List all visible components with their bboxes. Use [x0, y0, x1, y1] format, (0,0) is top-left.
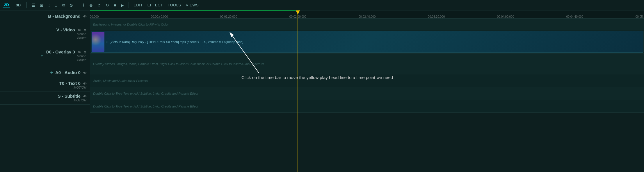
- track-row-background[interactable]: Background Images, or Double Click to Fi…: [90, 19, 644, 30]
- settings-icon-overlay0[interactable]: ⚙: [83, 51, 86, 54]
- circle-icon[interactable]: ⊙: [70, 3, 73, 8]
- time-mark: 00:03:20.000: [428, 15, 445, 18]
- tracks-container: Background Images, or Double Click to Fi…: [90, 19, 644, 113]
- eye-icon-video[interactable]: 👁: [78, 28, 81, 32]
- eye-icon-overlay0[interactable]: 👁: [78, 51, 81, 54]
- track-labels: B - Background 👁V - Video 👁 ⚙MotionShape…: [0, 10, 90, 172]
- time-mark: 00:04:00.000: [497, 15, 514, 18]
- track-hint-text0: Double Click to Type Text or Add Subtitl…: [93, 92, 198, 95]
- menu-tools[interactable]: TOOLS: [168, 3, 181, 7]
- eye-icon-background[interactable]: 👁: [83, 15, 86, 18]
- track-hint-background: Background Images, or Double Click to Fi…: [93, 23, 169, 26]
- play-icon[interactable]: ▶: [121, 3, 124, 8]
- clip-label-video: ↔ [Vietsub Kara] Roly Poly - [ HPBD Park…: [106, 40, 243, 44]
- menu-effect[interactable]: EFFECT: [147, 3, 163, 7]
- track-row-text0[interactable]: Double Click to Type Text or Add Subtitl…: [90, 87, 644, 100]
- time-mark: 00:05:20.000: [636, 15, 644, 18]
- track-row-audio0[interactable]: Audio, Music and Audio Mixer Projects: [90, 74, 644, 87]
- track-label-subtitle: S - Subtitle 👁MOTION: [0, 92, 90, 105]
- timeline-area[interactable]: 00:00:00.00000:00:40.00000:01:20.00000:0…: [90, 10, 644, 172]
- time-ruler[interactable]: 00:00:00.00000:00:40.00000:01:20.00000:0…: [90, 10, 644, 19]
- time-mark: 00:04:40.000: [566, 15, 583, 18]
- eye-icon-audio0[interactable]: 👁: [83, 71, 86, 75]
- eye-icon-text0[interactable]: 👁: [83, 82, 86, 85]
- track-label-audio0: +A0 - Audio 0 👁: [0, 66, 90, 79]
- time-mark: 00:00:40.000: [151, 15, 168, 18]
- undo-icon[interactable]: ↺: [97, 3, 101, 8]
- track-label-main-subtitle: S - Subtitle 👁: [58, 94, 87, 98]
- video-clip-video[interactable]: ↔ [Vietsub Kara] Roly Poly - [ HPBD Park…: [91, 31, 643, 53]
- track-label-main-background: B - Background 👁: [48, 14, 86, 19]
- track-label-overlay0: +O0 - Overlay 0 👁 ⚙MotionShape: [0, 45, 90, 66]
- view-3d-btn[interactable]: 3D: [15, 2, 22, 8]
- track-hint-subtitle: Double Click to Type Text or Add Subtitl…: [93, 105, 198, 108]
- track-row-overlay0[interactable]: Overlay Videos, Images, Icons, Particle …: [90, 53, 644, 74]
- settings-icon-video[interactable]: ⚙: [83, 28, 86, 32]
- add-time-icon[interactable]: ⊕: [89, 3, 93, 8]
- track-label-main-overlay0: O0 - Overlay 0 👁 ⚙: [46, 49, 86, 54]
- track-label-main-audio0: A0 - Audio 0 👁: [55, 70, 86, 75]
- time-mark: 00:01:20.000: [220, 15, 237, 18]
- track-row-video[interactable]: ↔ [Vietsub Kara] Roly Poly - [ HPBD Park…: [90, 30, 644, 53]
- menu-views[interactable]: VIEWS: [186, 3, 199, 7]
- main-area: B - Background 👁V - Video 👁 ⚙MotionShape…: [0, 10, 644, 172]
- stop-icon[interactable]: ■: [114, 3, 116, 8]
- copy-icon[interactable]: ⧉: [62, 3, 65, 8]
- graph-icon[interactable]: ⌇: [83, 3, 85, 8]
- track-label-sub-video: MotionShape: [56, 32, 86, 40]
- sep-1: [26, 2, 27, 8]
- track-add-btn-overlay0[interactable]: +: [40, 53, 43, 58]
- track-label-background: B - Background 👁: [0, 10, 90, 22]
- time-mark: 00:02:40.000: [359, 15, 376, 18]
- view-2d-btn[interactable]: 2D: [3, 2, 10, 8]
- sep-2: [78, 2, 78, 8]
- track-hint-audio0: Audio, Music and Audio Mixer Projects: [93, 79, 148, 83]
- track-label-sub-subtitle: MOTION: [58, 98, 87, 102]
- menu-edit[interactable]: EDIT: [134, 3, 143, 7]
- clip-thumbnail-video: [92, 32, 104, 52]
- track-label-sub-overlay0: MotionShape: [46, 54, 86, 62]
- sep-3: [129, 2, 129, 8]
- track-hint-overlay0: Overlay Videos, Images, Icons, Particle …: [93, 62, 264, 66]
- eye-icon-subtitle[interactable]: 👁: [83, 95, 86, 98]
- sort-icon[interactable]: ↕: [48, 3, 50, 8]
- time-mark: 00:00:00.000: [90, 15, 99, 18]
- track-row-subtitle[interactable]: Double Click to Type Text or Add Subtitl…: [90, 100, 644, 113]
- track-label-sub-text0: MOTION: [59, 86, 86, 89]
- square-icon[interactable]: □: [55, 3, 57, 8]
- progress-line: [90, 10, 298, 11]
- time-mark: 00:02:00.000: [289, 15, 306, 18]
- track-label-main-text0: T0 - Text 0 👁: [59, 81, 86, 86]
- redo-icon[interactable]: ↻: [106, 3, 109, 8]
- track-label-main-video: V - Video 👁 ⚙: [56, 27, 86, 32]
- grid-icon[interactable]: ⊞: [40, 3, 43, 8]
- toolbar: 2D 3D ☰ ⊞ ↕ □ ⧉ ⊙ ⌇ ⊕ ↺ ↻ ■ ▶ EDIT EFFEC…: [0, 0, 644, 10]
- track-label-text0: T0 - Text 0 👁MOTION: [0, 79, 90, 92]
- list-icon[interactable]: ☰: [31, 3, 35, 8]
- track-label-video: V - Video 👁 ⚙MotionShape: [0, 22, 90, 45]
- track-add-btn-audio0[interactable]: +: [50, 70, 53, 75]
